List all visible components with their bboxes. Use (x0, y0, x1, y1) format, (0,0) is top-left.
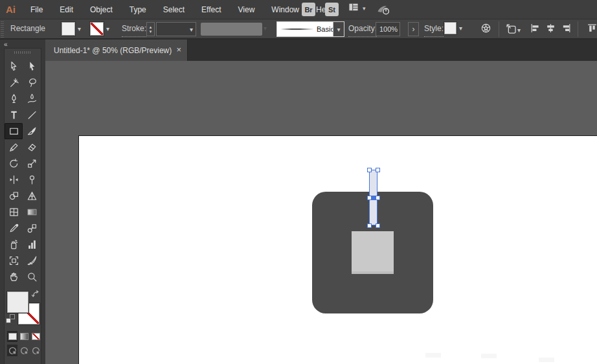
tools-panel-grip[interactable] (14, 51, 31, 54)
selection-center-point[interactable] (371, 196, 376, 200)
tool-column-graph[interactable] (23, 236, 41, 253)
menu-file[interactable]: File (22, 0, 51, 19)
align-top-icon[interactable] (587, 23, 597, 36)
graphic-style-link[interactable]: Style: (424, 21, 444, 37)
variable-width-profile-dropdown[interactable] (201, 23, 262, 36)
color-fill-button[interactable] (7, 331, 17, 342)
draw-inside-button[interactable] (30, 345, 41, 356)
selection-handle-top-right[interactable] (376, 168, 380, 172)
stroke-color-swatch-none[interactable] (90, 22, 104, 36)
document-tab-bar: Untitled-1* @ 50% (RGB/Preview) × (45, 40, 597, 61)
selection-handle-bottom-right[interactable] (376, 223, 380, 228)
workspace-switcher-button[interactable]: ▾ (348, 3, 366, 14)
touch-workspace-icon[interactable] (377, 4, 391, 19)
style-swatch[interactable] (444, 22, 456, 34)
fill-type-buttons (5, 331, 41, 342)
menu-edit[interactable]: Edit (51, 0, 82, 19)
bridge-button[interactable]: Br (302, 3, 315, 16)
menu-window[interactable]: Window (263, 0, 308, 19)
tool-width[interactable] (5, 172, 23, 188)
fill-color-swatch[interactable] (62, 22, 75, 36)
stroke-color-combo[interactable]: ▾ (90, 22, 109, 36)
selection-handle-top-left[interactable] (367, 168, 372, 172)
opacity-expand-button[interactable]: › (408, 22, 419, 36)
artwork-gray-square[interactable] (352, 231, 394, 274)
tool-perspective-grid[interactable] (23, 188, 41, 204)
tool-line-segment[interactable] (23, 107, 41, 123)
tool-pen[interactable] (5, 91, 23, 107)
tool-symbol-sprayer[interactable] (5, 236, 23, 253)
stroke-width-stepper[interactable]: ▴ ▾ (146, 22, 155, 36)
tools-panel (4, 48, 41, 364)
menu-type[interactable]: Type (121, 0, 155, 19)
active-tool-label: Rectangle (10, 19, 45, 38)
selection-handle-bottom-left[interactable] (367, 223, 372, 228)
align-left-icon[interactable] (530, 23, 541, 36)
swap-fill-stroke-icon[interactable] (31, 290, 40, 301)
tool-rotate[interactable] (5, 155, 23, 172)
chevron-down-icon: ▾ (517, 27, 521, 34)
stepper-up-icon[interactable]: ▴ (150, 25, 152, 29)
draw-behind-button[interactable] (19, 345, 29, 356)
brush-dropdown-button[interactable]: ▾ (333, 22, 344, 36)
opacity-panel-link[interactable]: Opacity: (348, 21, 377, 37)
tool-curvature-pen[interactable] (23, 91, 41, 107)
tool-gradient[interactable] (23, 204, 41, 220)
tool-selection[interactable] (5, 58, 23, 74)
close-tab-icon[interactable]: × (176, 45, 181, 54)
menu-view[interactable]: View (230, 0, 264, 19)
opacity-input[interactable]: 100% (376, 22, 400, 36)
document-tab-title: Untitled-1* @ 50% (RGB/Preview) (54, 46, 172, 55)
fill-color-combo[interactable]: ▾ (62, 22, 81, 36)
gradient-fill-button[interactable] (19, 331, 29, 342)
tool-eyedropper[interactable] (5, 220, 23, 236)
tool-type[interactable] (5, 107, 23, 123)
menu-object[interactable]: Object (82, 0, 121, 19)
fill-proxy-swatch[interactable] (7, 291, 28, 313)
recolor-artwork-icon[interactable] (480, 23, 491, 36)
tool-hand[interactable] (5, 269, 23, 285)
tool-paintbrush[interactable] (23, 123, 41, 139)
tool-eraser[interactable] (23, 139, 41, 155)
tool-shaper[interactable] (5, 139, 23, 155)
isolate-selected-object-button[interactable]: ▾ (505, 23, 521, 38)
control-bar-grip[interactable] (1, 21, 4, 38)
tool-magic-wand[interactable] (5, 74, 23, 91)
tool-rectangle[interactable] (5, 123, 23, 139)
separator (499, 21, 499, 37)
stroke-panel-link[interactable]: Stroke: (122, 21, 146, 37)
separator (578, 21, 578, 37)
brush-definition-preview[interactable]: Basic (277, 22, 333, 36)
collapse-panel-button[interactable]: « (4, 41, 7, 48)
tool-scale[interactable] (23, 155, 41, 172)
menu-effect[interactable]: Effect (193, 0, 229, 19)
isolate-object-icon (505, 23, 517, 38)
brush-name: Basic (317, 25, 334, 33)
tool-direct-selection[interactable] (23, 58, 41, 74)
menu-select[interactable]: Select (155, 0, 193, 19)
draw-normal-button[interactable] (7, 345, 17, 356)
default-fill-stroke-icon[interactable] (6, 314, 15, 323)
tool-shape-builder[interactable] (5, 188, 23, 204)
tool-artboard[interactable] (5, 253, 23, 269)
tool-lasso[interactable] (23, 74, 41, 91)
tool-mesh[interactable] (5, 204, 23, 220)
tool-puppet-warp[interactable] (23, 172, 41, 188)
selection-handle-mid-right[interactable] (376, 196, 380, 200)
stock-button[interactable]: St (325, 3, 339, 16)
brush-definition-combo[interactable]: Basic ▾ (277, 22, 344, 36)
tool-slice[interactable] (23, 253, 41, 269)
chevron-down-icon: ▾ (337, 26, 340, 33)
align-center-icon[interactable] (545, 23, 556, 36)
stepper-down-icon[interactable]: ▾ (150, 29, 152, 34)
chevron-down-icon: ▾ (363, 5, 366, 12)
align-right-icon[interactable] (561, 23, 572, 36)
tool-blend[interactable] (23, 220, 41, 236)
chevron-down-icon: ▾ (264, 25, 267, 32)
stroke-width-dropdown[interactable]: ▾ (156, 22, 196, 36)
gradient-fill-swatch (20, 333, 28, 340)
tool-zoom[interactable] (23, 269, 41, 285)
none-fill-button[interactable] (30, 331, 41, 342)
style-combo[interactable]: ▾ (444, 22, 462, 34)
document-tab[interactable]: Untitled-1* @ 50% (RGB/Preview) × (45, 40, 188, 61)
